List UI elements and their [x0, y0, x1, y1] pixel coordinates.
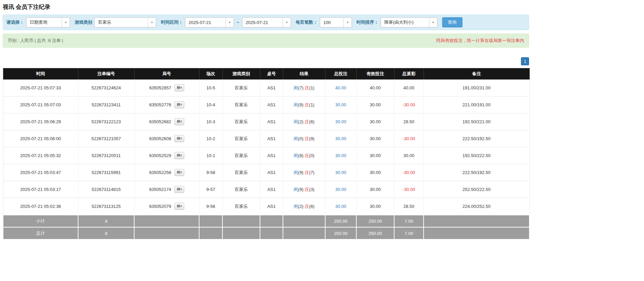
total-bet-link[interactable]: 30.00 [335, 136, 347, 141]
total-bet-link[interactable]: 40.00 [335, 85, 347, 90]
chevron-down-icon: ▼ [148, 18, 156, 27]
result-banker-label: 庄 [305, 136, 309, 141]
video-camera-icon [177, 153, 182, 158]
total-bet-link[interactable]: 30.00 [335, 204, 347, 209]
video-camera-icon [177, 119, 182, 124]
cell-result: 闲(2) 庄(6) [283, 198, 325, 215]
video-replay-button[interactable] [174, 152, 184, 159]
result-banker-points: (9) [309, 136, 314, 141]
time-sort-label: 时间排序： [357, 19, 379, 25]
cell-result: 闲(7) 庄(1) [283, 80, 325, 96]
page-size-label: 每页笔数： [296, 19, 318, 25]
page: 视讯 会员下注纪录 请选择： 日期查询 ▼ 游戏类别 百家乐 ▼ 时间区间： 2… [0, 3, 532, 281]
page-size-value: 100 [320, 20, 334, 25]
subtotal-total-bet: 250.00 [325, 215, 356, 227]
total-bet-link[interactable]: 30.00 [335, 170, 347, 175]
subtotal-empty-cell [134, 215, 199, 227]
total-bet-link[interactable]: 30.00 [335, 119, 347, 124]
table-row: 2025-07-21 05:03:17522673114815635052174… [3, 181, 529, 198]
cell-bet-id: 522673120011 [78, 147, 134, 164]
result-banker-label: 庄 [305, 102, 309, 107]
result-banker-points: (3) [309, 187, 314, 192]
total-bet-link[interactable]: 30.00 [335, 102, 347, 107]
game-type-label: 游戏类别 [75, 19, 92, 25]
search-button[interactable]: 查询 [442, 17, 462, 27]
result-player-label: 闲 [294, 136, 298, 141]
cell-round-id: 635052857 [134, 80, 199, 96]
subtotal-payout: 7.00 [394, 215, 424, 227]
subtotal-empty-cell [260, 215, 283, 227]
page-button-1[interactable]: 1 [521, 57, 529, 65]
cell-remark: 192.50/222.50 [424, 147, 529, 164]
table-body: 2025-07-21 05:07:33522673124624635052857… [3, 80, 529, 215]
result-banker-label: 庄 [305, 204, 309, 209]
cell-remark: 224.00/252.50 [424, 198, 529, 215]
select-mode-label: 请选择： [6, 19, 24, 25]
page-size-dropdown[interactable]: 100 ▼ [320, 17, 352, 27]
table-header-row: 时间 注单编号 局号 场次 游戏类别 桌号 结果 总投注 有效投注 总派彩 备注 [3, 68, 529, 80]
total-valid-bet: 250.00 [356, 227, 394, 239]
video-replay-button[interactable] [174, 84, 184, 91]
cell-table: AS1 [260, 80, 283, 96]
cell-total-bet: 30.00 [325, 198, 356, 215]
table-row: 2025-07-21 05:05:32522673120011635052529… [3, 147, 529, 164]
payout-value: 28.50 [403, 204, 414, 209]
date-from-dropdown[interactable]: 2025-07-21 ▼ [185, 17, 234, 27]
date-range-separator: ~ [237, 20, 239, 25]
cell-result: 闲(8) 庄(0) [283, 147, 325, 164]
cell-session: 10-4 [199, 96, 222, 113]
select-mode-dropdown[interactable]: 日期查询 ▼ [26, 17, 70, 27]
cell-table: AS1 [260, 181, 283, 198]
video-replay-button[interactable] [174, 135, 184, 142]
total-bet-link[interactable]: 30.00 [335, 153, 347, 158]
result-banker-label: 庄 [305, 187, 309, 192]
video-replay-button[interactable] [174, 118, 184, 125]
summary-currency-count: 币别 : 人民币 | 总共 :8 注单 | [8, 38, 63, 44]
cell-session: 10-1 [199, 147, 222, 164]
cell-bet-id: 522673113125 [78, 198, 134, 215]
total-bet-link[interactable]: 30.00 [335, 187, 347, 192]
chevron-down-icon: ▼ [62, 18, 70, 27]
cell-table: AS1 [260, 198, 283, 215]
date-from-value: 2025-07-21 [185, 20, 215, 25]
col-valid-bet: 有效投注 [356, 68, 394, 80]
result-player-label: 闲 [294, 85, 298, 90]
video-replay-button[interactable] [174, 186, 184, 193]
cell-valid-bet: 30.00 [356, 130, 394, 147]
cell-bet-id: 522673121057 [78, 130, 134, 147]
cell-total-bet: 30.00 [325, 164, 356, 181]
total-count: 8 [78, 227, 134, 239]
time-sort-dropdown[interactable]: 降幂(由大到小) ▼ [381, 17, 437, 27]
total-empty-cell [424, 227, 529, 239]
cell-payout: 30.00 [394, 147, 424, 164]
total-total-bet: 250.00 [325, 227, 356, 239]
cell-round-id: 635052682 [134, 113, 199, 130]
subtotal-empty-cell [283, 215, 325, 227]
date-to-dropdown[interactable]: 2025-07-21 ▼ [242, 17, 291, 27]
cell-remark: 221.00/191.00 [424, 96, 529, 113]
result-banker-points: (0) [309, 153, 314, 158]
game-type-dropdown[interactable]: 百家乐 ▼ [94, 17, 156, 27]
chevron-down-icon: ▼ [283, 18, 291, 27]
cell-payout: 28.50 [394, 198, 424, 215]
col-round-id: 局号 [134, 68, 199, 80]
payout-value: -30.00 [403, 170, 415, 175]
video-replay-button[interactable] [174, 169, 184, 176]
cell-remark: 252.50/222.50 [424, 181, 529, 198]
payout-value: -30.00 [403, 187, 415, 192]
round-id-text: 635052079 [149, 204, 171, 209]
video-replay-button[interactable] [174, 101, 184, 108]
video-replay-button[interactable] [174, 203, 184, 210]
select-mode-value: 日期查询 [26, 19, 51, 25]
cell-bet-id: 522673123411 [78, 96, 134, 113]
cell-round-id: 635052529 [134, 147, 199, 164]
table-footer: 小计 8 250.00 250.00 7.00 总计 8 25 [3, 215, 529, 239]
cell-remark: 192.50/221.00 [424, 113, 529, 130]
total-label: 总计 [3, 227, 78, 239]
total-empty-cell [260, 227, 283, 239]
payout-value: 40.00 [403, 85, 414, 90]
cell-result: 闲(9) 庄(1) [283, 96, 325, 113]
round-id-text: 635052529 [149, 153, 171, 158]
cell-round-id: 635052256 [134, 164, 199, 181]
cell-session: 9-57 [199, 181, 222, 198]
